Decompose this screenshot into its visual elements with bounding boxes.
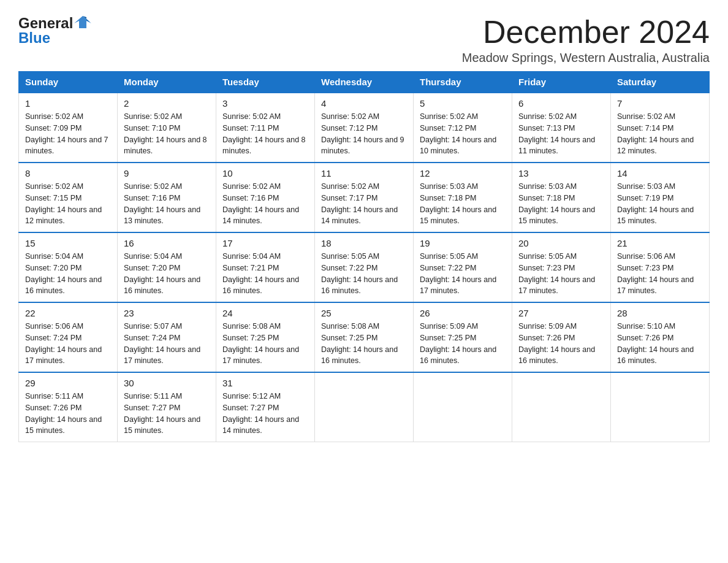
sunrise-text: Sunrise: 5:03 AM bbox=[617, 181, 703, 193]
table-row: 14Sunrise: 5:03 AMSunset: 7:19 PMDayligh… bbox=[611, 163, 710, 232]
day-info: Sunrise: 5:05 AMSunset: 7:22 PMDaylight:… bbox=[321, 251, 407, 297]
sunset-text: Sunset: 7:24 PM bbox=[25, 332, 111, 344]
day-number: 12 bbox=[420, 168, 506, 178]
day-info: Sunrise: 5:02 AMSunset: 7:09 PMDaylight:… bbox=[25, 111, 111, 157]
day-number: 17 bbox=[222, 238, 308, 248]
sunrise-text: Sunrise: 5:02 AM bbox=[25, 111, 111, 123]
logo-blue: Blue bbox=[18, 29, 50, 46]
table-row: 2Sunrise: 5:02 AMSunset: 7:10 PMDaylight… bbox=[118, 93, 216, 163]
sunset-text: Sunset: 7:18 PM bbox=[518, 193, 604, 204]
table-row: 13Sunrise: 5:03 AMSunset: 7:18 PMDayligh… bbox=[512, 163, 611, 232]
calendar-week-row: 29Sunrise: 5:11 AMSunset: 7:26 PMDayligh… bbox=[19, 372, 710, 442]
sunset-text: Sunset: 7:27 PM bbox=[222, 402, 308, 414]
table-row: 18Sunrise: 5:05 AMSunset: 7:22 PMDayligh… bbox=[315, 232, 414, 302]
logo-bird-icon bbox=[74, 15, 91, 29]
day-info: Sunrise: 5:11 AMSunset: 7:26 PMDaylight:… bbox=[25, 391, 111, 437]
day-number: 6 bbox=[518, 98, 604, 109]
day-number: 9 bbox=[124, 168, 210, 178]
day-info: Sunrise: 5:08 AMSunset: 7:25 PMDaylight:… bbox=[321, 321, 407, 367]
day-number: 24 bbox=[222, 308, 308, 318]
sunset-text: Sunset: 7:16 PM bbox=[124, 193, 210, 204]
sunset-text: Sunset: 7:12 PM bbox=[321, 123, 407, 134]
sunrise-text: Sunrise: 5:04 AM bbox=[25, 251, 111, 262]
daylight-text: Daylight: 14 hours and 11 minutes. bbox=[518, 134, 604, 158]
sunset-text: Sunset: 7:27 PM bbox=[124, 402, 210, 414]
table-row: 31Sunrise: 5:12 AMSunset: 7:27 PMDayligh… bbox=[216, 372, 315, 442]
calendar-table: Sunday Monday Tuesday Wednesday Thursday… bbox=[18, 71, 710, 442]
sunset-text: Sunset: 7:13 PM bbox=[518, 123, 604, 134]
daylight-text: Daylight: 14 hours and 16 minutes. bbox=[518, 344, 604, 367]
sunset-text: Sunset: 7:12 PM bbox=[420, 123, 506, 134]
day-info: Sunrise: 5:03 AMSunset: 7:18 PMDaylight:… bbox=[420, 181, 506, 227]
day-number: 28 bbox=[617, 308, 703, 318]
sunrise-text: Sunrise: 5:12 AM bbox=[222, 391, 308, 402]
day-info: Sunrise: 5:09 AMSunset: 7:26 PMDaylight:… bbox=[518, 321, 604, 367]
day-number: 23 bbox=[124, 308, 210, 318]
sunset-text: Sunset: 7:22 PM bbox=[420, 262, 506, 274]
table-row: 15Sunrise: 5:04 AMSunset: 7:20 PMDayligh… bbox=[19, 232, 118, 302]
table-row: 16Sunrise: 5:04 AMSunset: 7:20 PMDayligh… bbox=[118, 232, 216, 302]
daylight-text: Daylight: 14 hours and 15 minutes. bbox=[124, 414, 210, 437]
col-header-tuesday: Tuesday bbox=[216, 72, 315, 93]
day-info: Sunrise: 5:02 AMSunset: 7:12 PMDaylight:… bbox=[420, 111, 506, 157]
calendar-header-row: Sunday Monday Tuesday Wednesday Thursday… bbox=[19, 72, 710, 93]
table-row: 7Sunrise: 5:02 AMSunset: 7:14 PMDaylight… bbox=[611, 93, 710, 163]
sunrise-text: Sunrise: 5:03 AM bbox=[518, 181, 604, 193]
day-info: Sunrise: 5:09 AMSunset: 7:25 PMDaylight:… bbox=[420, 321, 506, 367]
table-row: 20Sunrise: 5:05 AMSunset: 7:23 PMDayligh… bbox=[512, 232, 611, 302]
sunrise-text: Sunrise: 5:06 AM bbox=[617, 251, 703, 262]
daylight-text: Daylight: 14 hours and 7 minutes. bbox=[25, 134, 111, 158]
sunrise-text: Sunrise: 5:05 AM bbox=[321, 251, 407, 262]
calendar-title-area: December 2024 Meadow Springs, Western Au… bbox=[462, 15, 710, 65]
day-info: Sunrise: 5:04 AMSunset: 7:21 PMDaylight:… bbox=[222, 251, 308, 297]
table-row: 24Sunrise: 5:08 AMSunset: 7:25 PMDayligh… bbox=[216, 302, 315, 372]
table-row: 22Sunrise: 5:06 AMSunset: 7:24 PMDayligh… bbox=[19, 302, 118, 372]
sunset-text: Sunset: 7:23 PM bbox=[617, 262, 703, 274]
table-row: 17Sunrise: 5:04 AMSunset: 7:21 PMDayligh… bbox=[216, 232, 315, 302]
table-row: 21Sunrise: 5:06 AMSunset: 7:23 PMDayligh… bbox=[611, 232, 710, 302]
daylight-text: Daylight: 14 hours and 16 minutes. bbox=[321, 274, 407, 297]
col-header-thursday: Thursday bbox=[414, 72, 512, 93]
day-info: Sunrise: 5:11 AMSunset: 7:27 PMDaylight:… bbox=[124, 391, 210, 437]
day-info: Sunrise: 5:05 AMSunset: 7:23 PMDaylight:… bbox=[518, 251, 604, 297]
sunset-text: Sunset: 7:21 PM bbox=[222, 262, 308, 274]
sunrise-text: Sunrise: 5:07 AM bbox=[124, 321, 210, 332]
day-info: Sunrise: 5:08 AMSunset: 7:25 PMDaylight:… bbox=[222, 321, 308, 367]
col-header-saturday: Saturday bbox=[611, 72, 710, 93]
sunset-text: Sunset: 7:26 PM bbox=[25, 402, 111, 414]
day-info: Sunrise: 5:10 AMSunset: 7:26 PMDaylight:… bbox=[617, 321, 703, 367]
calendar-week-row: 1Sunrise: 5:02 AMSunset: 7:09 PMDaylight… bbox=[19, 93, 710, 163]
day-info: Sunrise: 5:02 AMSunset: 7:16 PMDaylight:… bbox=[124, 181, 210, 227]
daylight-text: Daylight: 14 hours and 12 minutes. bbox=[617, 134, 703, 158]
daylight-text: Daylight: 14 hours and 17 minutes. bbox=[518, 274, 604, 297]
sunrise-text: Sunrise: 5:05 AM bbox=[518, 251, 604, 262]
day-number: 31 bbox=[222, 378, 308, 388]
table-row: 4Sunrise: 5:02 AMSunset: 7:12 PMDaylight… bbox=[315, 93, 414, 163]
day-number: 7 bbox=[617, 98, 703, 109]
table-row bbox=[315, 372, 414, 442]
daylight-text: Daylight: 14 hours and 15 minutes. bbox=[617, 204, 703, 228]
daylight-text: Daylight: 14 hours and 15 minutes. bbox=[420, 204, 506, 228]
daylight-text: Daylight: 14 hours and 17 minutes. bbox=[222, 344, 308, 367]
col-header-monday: Monday bbox=[118, 72, 216, 93]
sunrise-text: Sunrise: 5:03 AM bbox=[420, 181, 506, 193]
day-info: Sunrise: 5:02 AMSunset: 7:15 PMDaylight:… bbox=[25, 181, 111, 227]
day-info: Sunrise: 5:05 AMSunset: 7:22 PMDaylight:… bbox=[420, 251, 506, 297]
logo: General Blue bbox=[18, 15, 91, 47]
sunset-text: Sunset: 7:25 PM bbox=[222, 332, 308, 344]
sunrise-text: Sunrise: 5:02 AM bbox=[321, 181, 407, 193]
sunrise-text: Sunrise: 5:11 AM bbox=[124, 391, 210, 402]
day-number: 18 bbox=[321, 238, 407, 248]
day-number: 25 bbox=[321, 308, 407, 318]
calendar-week-row: 15Sunrise: 5:04 AMSunset: 7:20 PMDayligh… bbox=[19, 232, 710, 302]
table-row: 6Sunrise: 5:02 AMSunset: 7:13 PMDaylight… bbox=[512, 93, 611, 163]
sunset-text: Sunset: 7:25 PM bbox=[321, 332, 407, 344]
daylight-text: Daylight: 14 hours and 9 minutes. bbox=[321, 134, 407, 158]
day-info: Sunrise: 5:02 AMSunset: 7:12 PMDaylight:… bbox=[321, 111, 407, 157]
calendar-month-title: December 2024 bbox=[462, 15, 710, 50]
day-number: 16 bbox=[124, 238, 210, 248]
day-number: 15 bbox=[25, 238, 111, 248]
sunrise-text: Sunrise: 5:04 AM bbox=[124, 251, 210, 262]
day-info: Sunrise: 5:04 AMSunset: 7:20 PMDaylight:… bbox=[25, 251, 111, 297]
day-info: Sunrise: 5:04 AMSunset: 7:20 PMDaylight:… bbox=[124, 251, 210, 297]
